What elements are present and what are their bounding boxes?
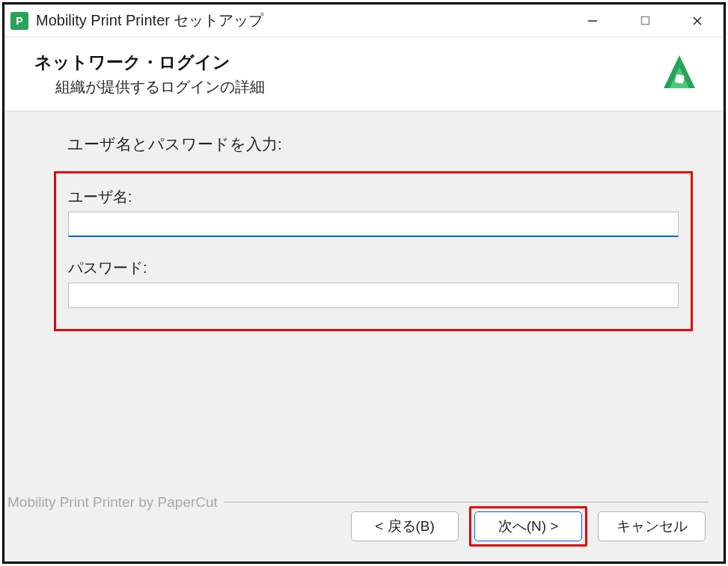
cancel-button[interactable]: キャンセル bbox=[598, 511, 706, 541]
page-title: ネットワーク・ログイン bbox=[34, 51, 656, 74]
maximize-button[interactable] bbox=[619, 4, 671, 37]
password-label: パスワード: bbox=[68, 258, 679, 278]
titlebar: P Mobility Print Printer セットアップ bbox=[4, 4, 724, 37]
papercut-logo-icon bbox=[656, 51, 703, 97]
close-button[interactable] bbox=[671, 4, 724, 37]
header-texts: ネットワーク・ログイン 組織が提供するログインの詳細 bbox=[34, 51, 656, 97]
credentials-form-highlight: ユーザ名: パスワード: bbox=[54, 171, 693, 331]
window-title: Mobility Print Printer セットアップ bbox=[36, 10, 566, 31]
page-subtitle: 組織が提供するログインの詳細 bbox=[55, 77, 656, 97]
instruction-text: ユーザ名とパスワードを入力: bbox=[67, 134, 686, 155]
svg-rect-1 bbox=[641, 17, 649, 25]
brand-text: Mobility Print Printer by PaperCut bbox=[7, 494, 224, 511]
username-group: ユーザ名: bbox=[68, 187, 679, 237]
window-controls bbox=[566, 4, 724, 37]
minimize-button[interactable] bbox=[566, 4, 619, 37]
next-button[interactable]: 次へ(N) > bbox=[474, 511, 582, 541]
maximize-icon bbox=[640, 16, 650, 25]
password-input[interactable] bbox=[68, 283, 679, 308]
footer: Mobility Print Printer by PaperCut < 戻る(… bbox=[4, 494, 724, 562]
header-panel: ネットワーク・ログイン 組織が提供するログインの詳細 bbox=[4, 37, 724, 111]
back-button[interactable]: < 戻る(B) bbox=[351, 511, 459, 541]
minimize-icon bbox=[587, 16, 598, 26]
username-input[interactable] bbox=[68, 212, 679, 237]
svg-rect-6 bbox=[675, 74, 685, 84]
close-icon bbox=[692, 16, 703, 26]
app-icon: P bbox=[10, 12, 28, 30]
setup-window: P Mobility Print Printer セットアップ ネットワーク・ロ… bbox=[2, 2, 726, 564]
password-group: パスワード: bbox=[68, 258, 679, 308]
wizard-buttons: < 戻る(B) 次へ(N) > キャンセル bbox=[351, 506, 706, 547]
app-icon-letter: P bbox=[16, 15, 22, 27]
username-label: ユーザ名: bbox=[68, 187, 679, 207]
next-button-highlight: 次へ(N) > bbox=[469, 506, 587, 547]
